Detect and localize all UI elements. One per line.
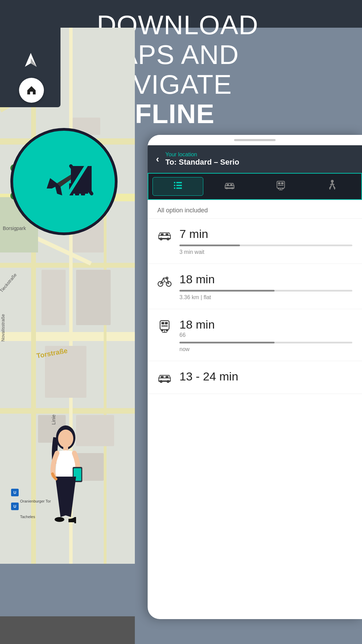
car-route-bar [179,245,352,246]
bike-route-details: 18 min 3.36 km | flat [179,272,352,301]
phone-notch [148,135,362,145]
bike-route-bar [179,290,352,292]
svg-point-46 [166,329,168,331]
tab-bar [148,173,362,200]
location-info: Your location To: Standard – Serio [165,151,354,167]
svg-point-35 [167,238,169,240]
content-area: All option included 7 min 3 min wait [148,200,362,394]
route-item-bike[interactable]: 18 min 3.36 km | flat [148,264,362,309]
destination-text: To: Standard – Serio [165,158,354,167]
offline-indicator [10,128,118,235]
borsigpark-label: Borsigpark [3,226,26,231]
svg-rect-22 [227,184,229,186]
car-route-bar-fill [179,245,240,246]
svg-point-29 [282,187,284,189]
svg-rect-43 [165,322,168,324]
svg-rect-13 [174,182,175,183]
svg-rect-14 [176,182,182,183]
svg-rect-36 [161,233,164,236]
novalisstrasse-label: Novalisstraße [0,314,6,341]
car-route-details: 7 min 3 min wait [179,227,352,255]
phone-header: ‹ Your location To: Standard – Serio [148,145,362,173]
tieckstrasse-label: Tieckstraße [0,272,18,293]
svg-rect-24 [277,181,285,188]
svg-rect-18 [176,187,182,189]
phone-mockup: ‹ Your location To: Standard – Serio [148,135,362,619]
route-item-tram[interactable]: 18 min 66 now [148,309,362,361]
tacheles-label: Tacheles [20,515,35,519]
route-item-rideshare[interactable]: 13 - 24 min [148,361,362,394]
map-panel: Borsigpark S S S S Tieckstraße Novalisst… [0,28,135,564]
tram-route-bar [179,342,352,343]
map-road [0,263,135,268]
route-item-car[interactable]: 7 min 3 min wait [148,219,362,264]
map-road [104,166,106,564]
tab-list[interactable] [152,177,203,196]
svg-rect-41 [160,321,169,330]
svg-point-45 [161,329,164,331]
svg-rect-44 [161,325,168,326]
tab-car[interactable] [205,177,255,196]
svg-rect-53 [166,376,168,378]
svg-rect-16 [176,185,182,186]
walk-icon [327,180,337,194]
svg-rect-25 [278,182,280,184]
rideshare-route-icon [157,371,172,385]
svg-point-7 [58,430,73,448]
map-block [76,270,111,325]
tram-route-sub: now [179,346,352,352]
tab-transit[interactable] [256,177,306,196]
svg-rect-52 [161,376,164,378]
svg-point-34 [160,238,163,240]
svg-rect-42 [161,322,164,324]
car-route-sub: 3 min wait [179,249,352,255]
svg-rect-27 [278,185,284,186]
tram-line-number: 66 [179,332,352,338]
rideshare-route-details: 13 - 24 min [179,369,352,384]
your-location-label: Your location [165,151,354,158]
svg-rect-15 [174,185,175,186]
car-route-icon [157,228,172,243]
bike-route-bar-fill [179,290,275,292]
car-route-time: 7 min [179,227,352,241]
svg-rect-37 [166,233,168,236]
svg-rect-26 [281,182,284,184]
tram-route-icon [157,319,172,333]
svg-rect-12 [74,517,76,523]
bike-route-time: 18 min [179,272,352,286]
svg-point-28 [278,187,280,189]
map-road [0,332,135,341]
list-icon [173,180,183,193]
back-button[interactable]: ‹ [156,154,159,165]
transit-icon [275,180,287,193]
section-header: All option included [148,200,362,219]
map-road [0,408,135,414]
metro-marker2: U [11,503,19,510]
svg-point-20 [226,187,228,189]
nav-arrow-icon [21,51,40,70]
svg-point-11 [55,517,64,522]
car-icon [224,181,235,192]
home-button[interactable] [19,78,44,103]
bike-route-sub: 3.36 km | flat [179,294,352,301]
tab-walk[interactable] [307,177,358,196]
rideshare-route-time: 13 - 24 min [179,369,352,384]
bike-route-icon [157,274,172,288]
map-block [41,270,66,325]
tram-route-bar-fill [179,342,275,343]
tram-route-time: 18 min [179,318,352,332]
woman-illustration [41,418,90,536]
svg-rect-23 [230,184,232,186]
svg-rect-17 [174,187,175,189]
tram-route-details: 18 min 66 now [179,318,352,353]
map-background: Borsigpark S S S S Tieckstraße Novalisst… [0,28,135,564]
bottom-gray-bar [0,616,135,644]
metro-marker: U [11,489,19,496]
svg-point-50 [160,380,163,383]
svg-point-21 [231,187,233,189]
notch-indicator [234,139,276,141]
svg-point-51 [167,380,169,383]
